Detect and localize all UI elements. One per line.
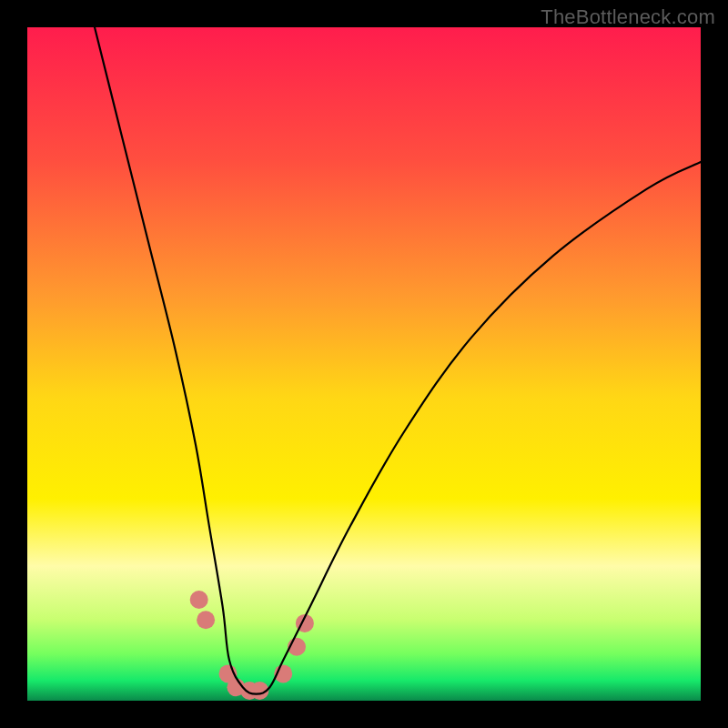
watermark-text: TheBottleneck.com	[541, 5, 715, 29]
plot-area	[27, 27, 701, 701]
bottleneck-curve	[95, 27, 701, 694]
chart-svg	[27, 27, 701, 701]
marker-dot	[197, 611, 215, 629]
chart-frame: TheBottleneck.com	[0, 0, 728, 728]
marker-layer	[190, 591, 314, 700]
marker-dot	[190, 591, 208, 609]
